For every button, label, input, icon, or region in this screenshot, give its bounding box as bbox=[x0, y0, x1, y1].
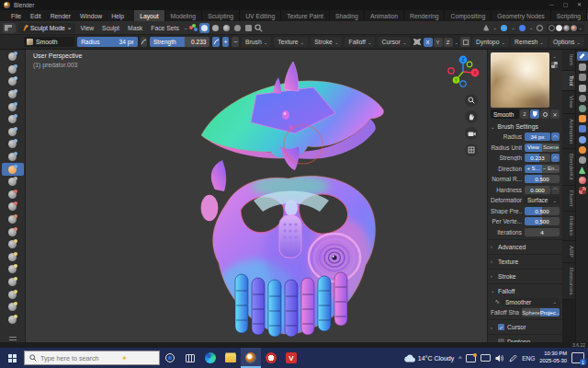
menu-face-sets[interactable]: Face Sets bbox=[147, 25, 183, 31]
texture-properties-tab[interactable] bbox=[579, 187, 586, 194]
material-shading-icon[interactable] bbox=[563, 25, 570, 31]
strength-value-slider[interactable]: 0.233 bbox=[525, 154, 550, 162]
brush-tool-rotate[interactable] bbox=[2, 313, 24, 326]
brush-tool-scrape[interactable] bbox=[2, 201, 24, 213]
show-whole-mesh-toggle[interactable] bbox=[199, 23, 209, 33]
hardness-slider[interactable]: 0.000 bbox=[525, 186, 550, 194]
workspace-tab-uv-editing[interactable]: UV Editing bbox=[240, 10, 281, 21]
brush-name-field[interactable]: Smooth bbox=[491, 109, 519, 119]
brush-tool-fill[interactable] bbox=[2, 189, 24, 201]
deformation-dropdown[interactable]: Surface⌄ bbox=[525, 196, 560, 204]
direction-subtract-button[interactable]: − bbox=[232, 37, 239, 47]
menu-mask[interactable]: Mask bbox=[124, 25, 146, 31]
radius-pressure-icon[interactable]: ◠ bbox=[551, 132, 560, 141]
dyntopo-popover[interactable]: Dyntopo⌄ bbox=[472, 37, 509, 47]
brush-tool-multiplane-scrape[interactable] bbox=[2, 213, 24, 226]
constraints-properties-tab[interactable] bbox=[579, 156, 586, 164]
scene-properties-tab[interactable] bbox=[579, 95, 586, 102]
brush-tool-pinch[interactable] bbox=[2, 225, 24, 238]
speaker-icon[interactable] bbox=[495, 354, 504, 362]
tool-properties-tab[interactable] bbox=[577, 52, 588, 61]
sculpt-model-predator-mask[interactable] bbox=[26, 50, 487, 342]
brush-tool-blob[interactable] bbox=[2, 138, 24, 151]
chevron-down-icon[interactable]: ⌄ bbox=[552, 53, 557, 59]
notification-center-icon[interactable]: 1 bbox=[571, 352, 584, 363]
sidebar-tab-blenderkit[interactable]: BlenderKit bbox=[562, 149, 575, 186]
start-button[interactable] bbox=[0, 348, 24, 368]
material-properties-tab[interactable] bbox=[579, 177, 586, 184]
brush-preview-image[interactable] bbox=[491, 52, 549, 108]
orientation-palette-icon[interactable] bbox=[188, 23, 198, 33]
display-tray-icon[interactable] bbox=[481, 354, 491, 362]
world-properties-tab[interactable] bbox=[579, 105, 586, 112]
texture-section[interactable]: ›Texture bbox=[491, 259, 560, 265]
direction-enhance-button[interactable]: − En... bbox=[542, 165, 560, 173]
falloff-section[interactable]: ⌄Falloff bbox=[491, 288, 560, 294]
toolbar-resize-handle[interactable] bbox=[9, 337, 17, 340]
language-indicator[interactable]: ENG bbox=[522, 355, 535, 362]
task-view-icon[interactable] bbox=[180, 348, 200, 368]
brush-tool-clay-thumb[interactable] bbox=[2, 100, 24, 113]
menu-help[interactable]: Help bbox=[107, 13, 129, 19]
hardness-pressure-icon[interactable]: ◠ bbox=[551, 186, 560, 194]
direction-add-button[interactable]: + bbox=[222, 37, 230, 47]
texture-preview-icon[interactable] bbox=[551, 62, 558, 68]
normal-radius-slider[interactable]: 0.500 bbox=[525, 175, 560, 183]
weather-widget[interactable]: 14°C Cloudy bbox=[403, 354, 454, 362]
camera-view-icon[interactable] bbox=[465, 127, 478, 140]
brush-tool-crease[interactable] bbox=[2, 151, 24, 164]
workspace-tab-sculpting[interactable]: Sculpting bbox=[202, 10, 240, 21]
strength-pressure-icon[interactable]: ◠ bbox=[551, 154, 560, 162]
viewport-3d[interactable]: User Perspective (1) predator.003 bbox=[26, 50, 487, 342]
sidebar-tab-animation[interactable]: Animation bbox=[562, 114, 575, 150]
strength-slider[interactable]: Strength 0.233 bbox=[150, 37, 209, 47]
symmetry-y-toggle[interactable]: Y bbox=[434, 38, 443, 47]
modifier-properties-tab[interactable] bbox=[579, 125, 586, 132]
object-properties-tab[interactable] bbox=[579, 115, 586, 122]
sidebar-tab-resources[interactable]: Resources bbox=[562, 263, 575, 301]
remesh-popover[interactable]: Remesh⌄ bbox=[511, 37, 548, 47]
fake-user-shield-icon[interactable] bbox=[530, 109, 539, 119]
menu-view[interactable]: View bbox=[76, 25, 97, 31]
editor-type-icon[interactable] bbox=[3, 23, 16, 33]
sidebar-tab-arp[interactable]: ARP bbox=[562, 241, 575, 263]
solid-shading-icon[interactable] bbox=[556, 25, 562, 31]
iterations-field[interactable]: 4 bbox=[525, 228, 560, 236]
cortana-icon[interactable] bbox=[160, 348, 180, 368]
menu-render[interactable]: Render bbox=[46, 13, 75, 19]
symmetry-x-toggle[interactable]: X bbox=[424, 38, 433, 47]
direction-smooth-button[interactable]: + S... bbox=[525, 165, 542, 173]
brush-datablock-selector[interactable]: Smooth bbox=[24, 37, 74, 47]
per-vertex-slider[interactable]: 0.500 bbox=[525, 217, 560, 225]
workspace-tab-geometry-nodes[interactable]: Geometry Nodes bbox=[492, 10, 550, 21]
brush-tool-layer[interactable] bbox=[2, 113, 24, 126]
show-gizmo-toggle[interactable] bbox=[535, 23, 545, 33]
brush-tool-inflate[interactable] bbox=[2, 126, 24, 139]
perspective-toggle-icon[interactable] bbox=[465, 144, 478, 156]
falloff-shape-sphere-button[interactable]: Sphere bbox=[522, 308, 541, 316]
brush-tool-thumb[interactable] bbox=[2, 276, 24, 289]
sidebar-tab-rokoko[interactable]: Rokoko bbox=[562, 212, 575, 241]
voxel-size-icon[interactable] bbox=[460, 37, 470, 47]
menu-sculpt[interactable]: Sculpt bbox=[98, 25, 123, 31]
options-popover[interactable]: Options⌄ bbox=[549, 37, 584, 47]
radius-unit-view-button[interactable]: View bbox=[525, 144, 542, 152]
overlay-extra-toggle[interactable] bbox=[243, 23, 254, 33]
snip-tool-tray-icon[interactable] bbox=[466, 354, 476, 362]
object-gizmos-dropdown[interactable] bbox=[481, 23, 492, 33]
brush-settings-header[interactable]: ⌄ Brush Settings bbox=[491, 123, 560, 130]
pen-tray-icon[interactable] bbox=[509, 354, 517, 362]
zoom-icon[interactable] bbox=[465, 94, 478, 107]
search-input[interactable] bbox=[40, 354, 118, 362]
stroke-section[interactable]: ›Stroke bbox=[491, 273, 560, 280]
brush-tool-flatten[interactable] bbox=[2, 176, 24, 189]
proportional-edit-icon[interactable] bbox=[517, 23, 527, 33]
shape-preservation-slider[interactable]: 0.500 bbox=[525, 207, 560, 215]
minimize-button[interactable]: ─ bbox=[545, 0, 559, 10]
menu-edit[interactable]: Edit bbox=[26, 13, 46, 19]
search-icon[interactable] bbox=[254, 24, 263, 32]
maximize-button[interactable]: ▢ bbox=[559, 0, 572, 10]
workspace-tab-animation[interactable]: Animation bbox=[365, 10, 404, 21]
sidebar-tab-view[interactable]: View bbox=[562, 91, 575, 113]
particles-properties-tab[interactable] bbox=[579, 136, 586, 144]
